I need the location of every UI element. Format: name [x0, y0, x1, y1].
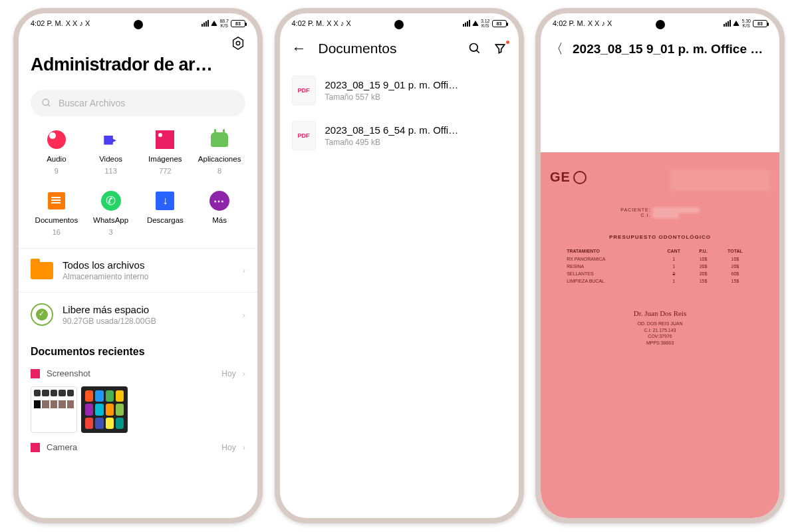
more-icon: ⋯: [209, 191, 229, 211]
svg-point-1: [236, 41, 240, 45]
download-icon: ↓: [156, 192, 174, 210]
svg-point-2: [43, 99, 49, 105]
category-more[interactable]: ⋯Más: [192, 190, 247, 236]
chevron-right-icon: ›: [243, 310, 245, 320]
back-button[interactable]: ←: [292, 40, 307, 57]
search-button[interactable]: [468, 42, 481, 55]
search-placeholder: Buscar Archivos: [59, 98, 125, 108]
image-icon: [156, 130, 174, 149]
category-videos[interactable]: ■▸Videos113: [84, 128, 138, 175]
battery-icon: 83: [492, 20, 507, 27]
page-title: Administrador de ar…: [31, 55, 245, 75]
chevron-right-icon: ›: [243, 442, 245, 452]
logo-text: GE: [550, 170, 571, 185]
signal-icon: [201, 20, 209, 27]
image-icon: [31, 443, 40, 452]
search-input[interactable]: Buscar Archivos: [31, 90, 245, 116]
category-audio[interactable]: Audio9: [29, 128, 84, 175]
wifi-icon: [211, 21, 217, 26]
recents-heading: Documentos recientes: [31, 346, 245, 358]
chevron-right-icon: ›: [243, 368, 245, 378]
filter-indicator-icon: [506, 41, 509, 44]
battery-icon: 83: [231, 20, 245, 27]
signal-icon: [463, 20, 470, 27]
free-space-row[interactable]: Libere más espacio90.27GB usada/128.00GB…: [19, 292, 257, 336]
audio-icon: [47, 130, 66, 149]
address-redacted: [670, 170, 770, 191]
folder-icon: [31, 262, 53, 279]
svg-marker-0: [233, 37, 243, 49]
status-bar: 4:02 P. M.X X ♪ X 5.30K/S 83: [541, 13, 779, 33]
all-files-row[interactable]: Todos los archivosAlmacenamiento interno…: [19, 248, 257, 292]
wifi-icon: [472, 21, 479, 26]
back-button[interactable]: 〈: [550, 40, 563, 58]
document-preview[interactable]: GE PACIENTE: C.I. PRESUPUESTO ODONTOLÓGI…: [541, 66, 779, 518]
svg-line-5: [476, 51, 479, 53]
whatsapp-icon: ✆: [101, 191, 121, 211]
wifi-icon: [733, 21, 739, 26]
pdf-icon: PDF: [292, 76, 316, 105]
document-item[interactable]: PDF 2023_08_15 9_01 p. m. Offi…Tamaño 55…: [280, 68, 519, 113]
page-title: Documentos: [319, 41, 456, 57]
category-apps[interactable]: Aplicaciones8: [192, 128, 247, 175]
category-whatsapp[interactable]: ✆WhatsApp3: [84, 190, 138, 236]
cleaner-icon: [31, 303, 53, 326]
status-app-icons: X X ♪ X: [66, 19, 90, 27]
filter-button[interactable]: [493, 42, 507, 55]
document-title: 2023_08_15 9_01 p. m. Office …: [573, 42, 763, 57]
globe-icon: [573, 171, 587, 184]
dentist-signature: Dr. Juan Dos Reis OD. DOS REIS JUAN C.I:…: [550, 309, 770, 346]
recent-folder-camera[interactable]: Camera Hoy ›: [31, 438, 245, 456]
svg-line-3: [48, 104, 50, 106]
scanned-page: GE PACIENTE: C.I. PRESUPUESTO ODONTOLÓGI…: [541, 152, 779, 518]
video-icon: ■▸: [100, 128, 122, 151]
thumbnail[interactable]: [81, 386, 128, 433]
ci-redacted: [652, 213, 679, 218]
chevron-right-icon: ›: [243, 265, 245, 275]
document-heading: PRESUPUESTO ODONTOLÓGICO: [550, 234, 770, 240]
patient-redacted: [653, 207, 700, 213]
recent-folder-screenshot[interactable]: Screenshot Hoy ›: [31, 364, 245, 382]
android-icon: [211, 132, 228, 147]
status-time: 4:02 P. M.: [31, 19, 63, 27]
image-icon: [31, 369, 40, 378]
document-item[interactable]: PDF 2023_08_15 6_54 p. m. Offi…Tamaño 49…: [280, 113, 519, 158]
svg-point-4: [469, 44, 477, 52]
signal-icon: [724, 20, 731, 27]
category-documents[interactable]: Documentos16: [29, 190, 84, 236]
search-icon: [41, 98, 52, 108]
pdf-icon: PDF: [292, 121, 316, 150]
status-bar: 4:02 P. M.X X ♪ X 3.12K/S 83: [280, 13, 519, 33]
settings-button[interactable]: [31, 36, 245, 51]
document-icon: [48, 192, 65, 209]
battery-icon: 83: [753, 20, 767, 27]
category-images[interactable]: Imágenes772: [138, 128, 193, 175]
status-bar: 4:02 P. M. X X ♪ X 88.7K/S 83: [19, 13, 257, 33]
category-downloads[interactable]: ↓Descargas: [138, 190, 193, 236]
budget-table: TRATAMIENTOCANTP.U.TOTAL RX PANORAMICA11…: [565, 247, 755, 285]
thumbnail[interactable]: [31, 386, 77, 433]
